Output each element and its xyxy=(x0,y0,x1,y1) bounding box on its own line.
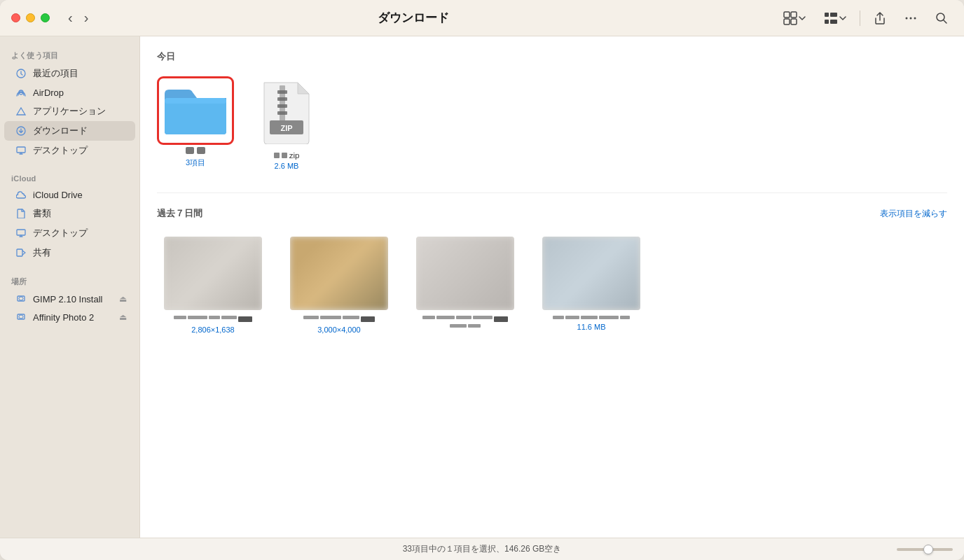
titlebar: ‹ › ダウンロード xyxy=(0,0,964,36)
today-file-grid: 3項目 xyxy=(157,74,947,176)
close-button[interactable] xyxy=(11,13,20,22)
zip-item[interactable]: ZIP zip 2.6 MB xyxy=(248,74,325,176)
view-grid-button[interactable] xyxy=(778,8,811,29)
svg-rect-23 xyxy=(165,98,226,104)
desktop-icon xyxy=(15,145,27,156)
image-item-4[interactable]: 11.6 MB xyxy=(535,231,647,340)
svg-rect-6 xyxy=(825,20,829,24)
sidebar-affinity-label: Affinity Photo 2 xyxy=(33,312,94,323)
thumb-image-4 xyxy=(542,237,640,310)
gimp-icon xyxy=(15,293,27,304)
sidebar-item-recents[interactable]: 最近の項目 xyxy=(4,64,135,83)
section-divider xyxy=(157,192,947,193)
window-title: ダウンロード xyxy=(48,10,778,26)
past-week-section-header: 過去７日間 表示項目を減らす xyxy=(157,207,947,220)
share-button[interactable] xyxy=(869,8,891,29)
svg-rect-27 xyxy=(277,104,287,108)
svg-point-10 xyxy=(914,17,916,19)
image-2-name xyxy=(303,316,375,324)
svg-rect-15 xyxy=(17,147,25,153)
thumb-image-2 xyxy=(290,237,388,310)
thumb-image-3 xyxy=(416,237,514,310)
sidebar-downloads-label: ダウンロード xyxy=(33,125,88,137)
image-4-meta: 11.6 MB xyxy=(577,323,606,331)
sidebar-item-airdrop[interactable]: AirDrop xyxy=(4,83,135,102)
svg-rect-2 xyxy=(784,19,790,24)
image-item-1[interactable]: 2,806×1,638 xyxy=(157,231,269,340)
svg-point-8 xyxy=(906,17,908,19)
svg-rect-17 xyxy=(17,249,22,256)
svg-rect-26 xyxy=(277,97,287,101)
sidebar-item-documents[interactable]: 書類 xyxy=(4,204,135,223)
sidebar-icloud-desktop-label: デスクトップ xyxy=(33,227,88,239)
folder-svg xyxy=(162,81,229,137)
statusbar-text: 33項目中の１項目を選択、146.26 GB空き xyxy=(403,543,562,555)
sidebar-item-downloads[interactable]: ダウンロード xyxy=(4,121,135,141)
zip-svg: ZIP xyxy=(259,80,315,144)
sidebar-airdrop-label: AirDrop xyxy=(33,88,64,98)
icloud-desktop-icon xyxy=(15,227,27,239)
past-week-section-title: 過去７日間 xyxy=(157,207,202,220)
sidebar-item-icloud-desktop[interactable]: デスクトップ xyxy=(4,223,135,243)
downloads-icon xyxy=(15,125,27,136)
search-button[interactable] xyxy=(930,8,953,28)
zip-icon-wrapper: ZIP xyxy=(259,80,315,147)
svg-point-9 xyxy=(910,17,912,19)
more-button[interactable] xyxy=(900,8,922,28)
svg-rect-28 xyxy=(277,111,287,115)
show-less-button[interactable]: 表示項目を減らす xyxy=(880,208,947,220)
folder-icon-wrapper xyxy=(160,80,230,141)
image-item-2[interactable]: 3,000×4,000 xyxy=(283,231,395,340)
sidebar-item-gimp[interactable]: GIMP 2.10 Install ⏏ xyxy=(4,290,135,308)
image-1-name xyxy=(174,316,252,324)
sidebar-item-affinity[interactable]: Affinity Photo 2 ⏏ xyxy=(4,308,135,326)
sidebar-gimp-label: GIMP 2.10 Install xyxy=(33,294,102,304)
slider-track xyxy=(897,548,953,551)
toolbar-right xyxy=(778,8,953,29)
favorites-section-title: よく使う項目 xyxy=(0,45,139,64)
sidebar-documents-label: 書類 xyxy=(33,207,51,220)
thumb-image-1 xyxy=(164,237,262,310)
today-section-title: 今日 xyxy=(157,50,175,63)
sidebar-item-shared[interactable]: 共有 xyxy=(4,243,135,262)
sidebar-shared-label: 共有 xyxy=(33,246,51,259)
svg-point-19 xyxy=(19,297,23,300)
image-1-meta: 2,806×1,638 xyxy=(191,326,234,334)
view-options-button[interactable] xyxy=(819,8,851,29)
icloud-section-title: iCloud xyxy=(0,169,139,186)
sidebar-item-desktop[interactable]: デスクトップ xyxy=(4,141,135,160)
shared-icon xyxy=(15,247,27,258)
gimp-eject-icon[interactable]: ⏏ xyxy=(119,294,127,304)
svg-point-21 xyxy=(19,315,23,318)
image-4-name xyxy=(553,316,630,321)
image-2-meta: 3,000×4,000 xyxy=(317,326,360,334)
sidebar: よく使う項目 最近の項目 Air xyxy=(0,36,140,538)
svg-rect-7 xyxy=(830,20,837,24)
affinity-icon xyxy=(15,312,27,323)
sidebar-desktop-label: デスクトップ xyxy=(33,144,88,157)
size-slider[interactable] xyxy=(897,548,953,551)
image-3-name xyxy=(415,316,516,330)
sidebar-item-applications[interactable]: アプリケーション xyxy=(4,102,135,121)
slider-thumb[interactable] xyxy=(923,545,933,554)
image-item-3[interactable] xyxy=(409,231,521,340)
sidebar-item-icloud-drive[interactable]: iCloud Drive xyxy=(4,186,135,204)
svg-rect-3 xyxy=(791,19,797,24)
folder-item[interactable]: 3項目 xyxy=(157,74,234,176)
today-section-header: 今日 xyxy=(157,50,947,63)
airdrop-icon xyxy=(15,87,27,98)
svg-rect-25 xyxy=(277,90,287,94)
folder-meta: 3項目 xyxy=(186,158,205,168)
recents-icon xyxy=(15,68,27,79)
applications-icon xyxy=(15,106,27,117)
svg-rect-4 xyxy=(825,13,829,17)
sidebar-icloud-drive-label: iCloud Drive xyxy=(33,190,83,200)
zip-meta: 2.6 MB xyxy=(275,162,299,170)
sidebar-applications-label: アプリケーション xyxy=(33,105,106,118)
svg-rect-5 xyxy=(830,13,837,17)
sidebar-recents-label: 最近の項目 xyxy=(33,67,78,80)
past-week-file-grid: 2,806×1,638 3,000×4 xyxy=(157,231,947,340)
affinity-eject-icon[interactable]: ⏏ xyxy=(119,312,127,322)
icloud-drive-icon xyxy=(15,189,27,200)
minimize-button[interactable] xyxy=(26,13,35,22)
